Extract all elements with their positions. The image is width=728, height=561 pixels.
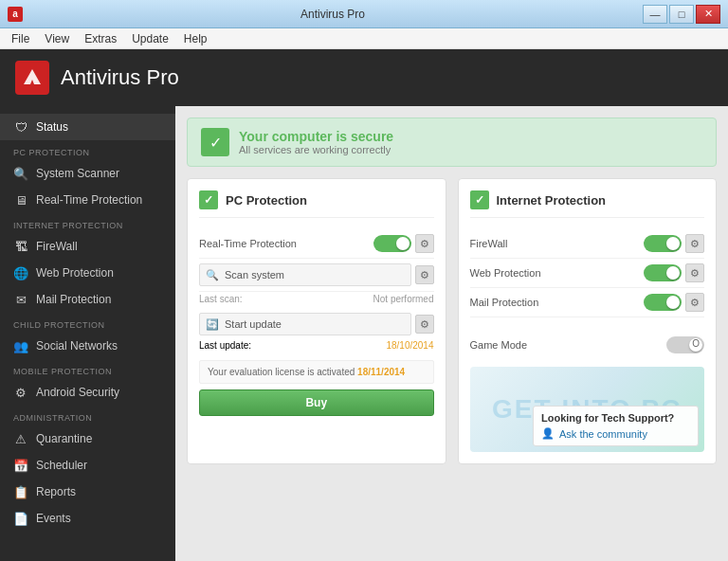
update-row: 🔄 Start update ⚙ — [199, 308, 434, 338]
sidebar-label-system-scanner: System Scanner — [36, 167, 119, 180]
sidebar-label-status: Status — [36, 120, 68, 134]
status-title: Your computer is secure — [239, 129, 393, 144]
sidebar-item-reports[interactable]: 📋 Reports — [0, 479, 175, 505]
sidebar-label-events: Events — [36, 512, 71, 525]
quarantine-icon: ⚠ — [13, 431, 28, 446]
window-title: Antivirus Pro — [23, 8, 643, 21]
update-sub-label: Last update: — [199, 340, 251, 351]
mail-protection-toggle[interactable] — [644, 294, 682, 311]
sidebar-label-android: Android Security — [36, 386, 119, 399]
update-section: 🔄 Start update ⚙ Last update: 18/10/2014 — [199, 308, 434, 353]
firewall-toggle[interactable] — [644, 235, 682, 252]
license-date: 18/11/2014 — [357, 367, 405, 377]
web-protection-gear[interactable]: ⚙ — [685, 263, 704, 282]
sidebar-item-scheduler[interactable]: 📅 Scheduler — [0, 452, 175, 479]
sidebar-label-reports: Reports — [36, 485, 76, 498]
sidebar-item-web-protection[interactable]: 🌐 Web Protection — [0, 260, 175, 286]
scan-sub-label: Last scan: — [199, 294, 243, 304]
scan-label: Scan system — [225, 269, 284, 280]
events-icon: 📄 — [13, 511, 28, 526]
titlebar: a Antivirus Pro — □ ✕ — [0, 0, 728, 28]
status-banner: ✓ Your computer is secure All services a… — [187, 118, 717, 167]
sidebar-item-android[interactable]: ⚙ Android Security — [0, 379, 175, 406]
mail-protection-gear[interactable]: ⚙ — [685, 293, 704, 312]
menu-update[interactable]: Update — [124, 30, 176, 47]
social-icon: 👥 — [13, 338, 28, 353]
ask-community-link[interactable]: 👤 Ask the community — [541, 427, 690, 440]
menu-extras[interactable]: Extras — [77, 30, 124, 47]
internet-protection-card: ✓ Internet Protection FireWall ⚙ Web Pr — [458, 178, 718, 464]
internet-check-icon: ✓ — [470, 190, 489, 209]
mail-protection-knob — [666, 296, 680, 309]
cards-row: ✓ PC Protection Real-Time Protection ⚙ — [187, 178, 717, 464]
realtime-toggle-row: Real-Time Protection ⚙ — [199, 229, 434, 259]
menu-view[interactable]: View — [37, 30, 77, 47]
scan-sub-value: Not performed — [373, 294, 434, 304]
web-icon: 🌐 — [13, 265, 28, 280]
sidebar-item-events[interactable]: 📄 Events — [0, 505, 175, 532]
sidebar-item-realtime[interactable]: 🖥 Real-Time Protection — [0, 187, 175, 213]
sidebar-item-mail-protection[interactable]: ✉ Mail Protection — [0, 286, 175, 313]
ask-community-label: Ask the community — [559, 428, 647, 440]
update-label: Start update — [225, 318, 282, 330]
game-mode-toggle[interactable]: O — [666, 336, 704, 353]
sidebar-label-social: Social Networks — [36, 339, 118, 353]
person-icon: 👤 — [541, 427, 555, 440]
menubar: File View Extras Update Help — [0, 28, 728, 49]
mail-protection-controls: ⚙ — [644, 293, 704, 312]
tech-support-box: Looking for Tech Support? 👤 Ask the comm… — [533, 406, 699, 446]
app-title: Antivirus Pro — [61, 65, 179, 90]
maximize-button[interactable]: □ — [669, 5, 694, 24]
scan-section: 🔍 Scan system ⚙ Last scan: Not performed — [199, 259, 434, 308]
sidebar-label-mail: Mail Protection — [36, 293, 111, 306]
realtime-gear[interactable]: ⚙ — [415, 234, 434, 253]
web-protection-toggle[interactable] — [644, 264, 682, 281]
sidebar-section-pc: PC PROTECTION — [0, 140, 175, 160]
mail-protection-label: Mail Protection — [470, 297, 539, 308]
web-protection-controls: ⚙ — [644, 263, 704, 282]
sidebar-item-status[interactable]: 🛡 Status — [0, 114, 175, 140]
avira-logo — [15, 61, 49, 95]
realtime-knob — [396, 237, 410, 250]
app-icon: a — [8, 7, 23, 22]
update-gear[interactable]: ⚙ — [415, 315, 434, 334]
sidebar-section-mobile: MOBILE PROTECTION — [0, 359, 175, 379]
web-protection-label: Web Protection — [470, 267, 541, 279]
pc-protection-card: ✓ PC Protection Real-Time Protection ⚙ — [187, 178, 446, 464]
update-refresh-icon: 🔄 — [206, 318, 219, 331]
sidebar-section-internet: INTERNET PROTECTION — [0, 213, 175, 233]
web-protection-knob — [666, 266, 680, 280]
window-controls: — □ ✕ — [643, 5, 720, 24]
update-date-value: 18/10/2014 — [386, 340, 433, 351]
sidebar-item-system-scanner[interactable]: 🔍 System Scanner — [0, 160, 175, 187]
scheduler-icon: 📅 — [13, 458, 28, 473]
sidebar-label-scheduler: Scheduler — [36, 459, 87, 472]
sidebar-item-firewall[interactable]: 🏗 FireWall — [0, 233, 175, 260]
realtime-controls: ⚙ — [373, 234, 434, 253]
firewall-controls: ⚙ — [644, 234, 704, 253]
main-layout: 🛡 Status PC PROTECTION 🔍 System Scanner … — [0, 106, 728, 561]
update-button[interactable]: 🔄 Start update — [199, 313, 411, 335]
watermark-area: GET INTO PC Looking for Tech Support? 👤 … — [470, 367, 705, 452]
buy-button[interactable]: Buy — [199, 389, 434, 416]
firewall-knob — [666, 237, 680, 250]
scan-gear[interactable]: ⚙ — [415, 265, 434, 284]
scan-button[interactable]: 🔍 Scan system — [199, 263, 411, 286]
sidebar-label-quarantine: Quarantine — [36, 432, 92, 445]
mail-icon: ✉ — [13, 292, 28, 307]
scan-sub-row: Last scan: Not performed — [199, 292, 434, 308]
sidebar-item-social-networks[interactable]: 👥 Social Networks — [0, 333, 175, 359]
sidebar-section-admin: ADMINISTRATION — [0, 406, 175, 425]
minimize-button[interactable]: — — [643, 5, 667, 24]
status-text-group: Your computer is secure All services are… — [239, 129, 393, 155]
sidebar-item-quarantine[interactable]: ⚠ Quarantine — [0, 425, 175, 452]
internet-protection-title: ✓ Internet Protection — [470, 190, 705, 218]
menu-file[interactable]: File — [4, 30, 37, 47]
realtime-toggle[interactable] — [373, 235, 411, 252]
sidebar-label-web: Web Protection — [36, 266, 114, 280]
menu-help[interactable]: Help — [176, 30, 215, 47]
firewall-gear[interactable]: ⚙ — [685, 234, 704, 253]
close-button[interactable]: ✕ — [696, 5, 720, 24]
game-mode-label: Game Mode — [470, 339, 528, 351]
pc-check-icon: ✓ — [199, 190, 218, 209]
